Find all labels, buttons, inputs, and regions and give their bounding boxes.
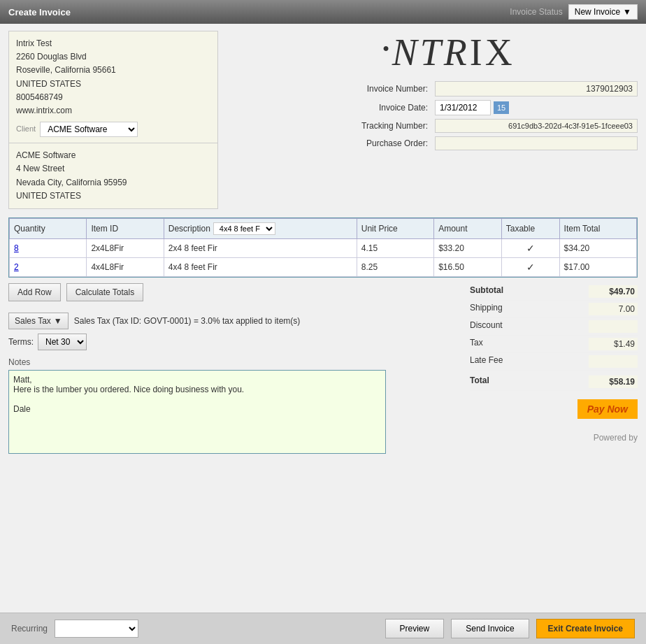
discount-label: Discount — [470, 320, 503, 333]
client-address2: Nevada City, California 95959 — [16, 176, 210, 189]
row-item-id: 2x4L8Fir — [87, 238, 164, 257]
chevron-down-icon: ▼ — [54, 316, 62, 326]
client-row: Client ACME Software — [16, 122, 210, 137]
tracking-number-row: Tracking Number: 691c9db3-202d-4c3f-91e5… — [344, 119, 638, 133]
table-actions-left: Add Row Calculate Totals Sales Tax ▼ Sal… — [8, 283, 470, 456]
company-website: www.intrix.com — [16, 104, 210, 117]
th-item-id: Item ID — [87, 218, 164, 238]
add-row-button[interactable]: Add Row — [8, 283, 61, 301]
preview-button[interactable]: Preview — [385, 619, 445, 638]
invoice-number-row: Invoice Number: 1379012903 — [344, 81, 638, 96]
totals-section: Subtotal $49.70 Shipping 7.00 Discount T… — [470, 283, 638, 443]
logo-area: ●NTRIX — [232, 31, 638, 74]
recurring-label: Recurring — [11, 624, 48, 634]
discount-row: Discount — [470, 318, 638, 336]
shipping-value: 7.00 — [589, 303, 638, 315]
table-actions-section: Add Row Calculate Totals Sales Tax ▼ Sal… — [8, 283, 638, 456]
tax-terms-row: Sales Tax ▼ Sales Tax (Tax ID: GOVT-0001… — [8, 313, 470, 329]
terms-label: Terms: — [8, 337, 34, 347]
terms-row: Terms: Net 30 — [8, 334, 470, 350]
taxable-checkbox[interactable]: ✓ — [526, 262, 535, 273]
po-value — [435, 136, 638, 150]
late-fee-value — [589, 355, 638, 368]
tax-label: Tax — [470, 338, 483, 350]
invoice-number-value: 1379012903 — [435, 81, 638, 96]
th-amount: Amount — [434, 218, 502, 238]
calendar-icon[interactable]: 15 — [494, 101, 509, 114]
items-table-section: Quantity Item ID Description 4x4 8 feet … — [8, 217, 638, 278]
items-table: Quantity Item ID Description 4x4 8 feet … — [9, 218, 637, 277]
row-item-total: $34.20 — [559, 238, 636, 257]
row-taxable[interactable]: ✓ — [501, 238, 559, 257]
row-description: 2x4 8 feet Fir — [164, 238, 357, 257]
invoice-status-label: Invoice Status — [510, 7, 562, 17]
taxable-checkbox[interactable]: ✓ — [526, 243, 535, 254]
tax-type-dropdown[interactable]: Sales Tax ▼ — [8, 313, 69, 329]
invoice-date-row: Invoice Date: 15 — [344, 100, 638, 115]
send-invoice-button[interactable]: Send Invoice — [451, 619, 529, 638]
logo-text: ●NTRIX — [382, 31, 515, 74]
discount-value — [589, 320, 638, 333]
company-country: UNITED STATES — [16, 78, 210, 91]
row-description: 4x4 8 feet Fir — [164, 257, 357, 276]
recurring-select[interactable] — [55, 620, 138, 638]
row-unit-price: 8.25 — [357, 257, 433, 276]
late-fee-label: Late Fee — [470, 355, 503, 368]
row-item-total: $17.00 — [559, 257, 636, 276]
invoice-details: Invoice Number: 1379012903 Invoice Date:… — [344, 81, 638, 150]
row-unit-price: 4.15 — [357, 238, 433, 257]
tax-value: $1.49 — [589, 338, 638, 350]
right-panel: ●NTRIX Invoice Number: 1379012903 Invoic… — [218, 31, 638, 209]
chevron-down-icon: ▼ — [623, 7, 631, 17]
invoice-status-area: Invoice Status New Invoice ▼ — [510, 4, 638, 20]
invoice-date-input[interactable] — [435, 100, 491, 115]
description-filter-dropdown[interactable]: 4x4 8 feet F — [213, 222, 275, 235]
subtotal-label: Subtotal — [470, 285, 503, 298]
invoice-date-label: Invoice Date: — [344, 103, 435, 113]
header-bar: Create Invoice Invoice Status New Invoic… — [0, 0, 646, 24]
tracking-value: 691c9db3-202d-4c3f-91e5-1fceee03 — [435, 119, 638, 133]
th-description: Description 4x4 8 feet F — [164, 218, 357, 238]
shipping-label: Shipping — [470, 303, 503, 315]
client-label: Client — [16, 123, 36, 136]
client-country: UNITED STATES — [16, 189, 210, 203]
content-area: Intrix Test 2260 Douglas Blvd Roseville,… — [0, 24, 646, 613]
terms-select[interactable]: Net 30 — [38, 334, 87, 350]
client-address1: 4 New Street — [16, 162, 210, 176]
pay-now-button[interactable]: Pay Now — [577, 399, 638, 419]
tax-info-text: Sales Tax (Tax ID: GOVT-0001) = 3.0% tax… — [74, 316, 301, 326]
total-label: Total — [470, 375, 489, 388]
row-quantity[interactable]: 2 — [10, 257, 87, 276]
exit-create-invoice-button[interactable]: Exit Create Invoice — [536, 619, 635, 638]
subtotal-value: $49.70 — [589, 285, 638, 298]
row-amount: $16.50 — [434, 257, 502, 276]
table-row: 8 2x4L8Fir 2x4 8 feet Fir 4.15 $33.20 ✓ … — [10, 238, 637, 257]
row-quantity[interactable]: 8 — [10, 238, 87, 257]
th-taxable: Taxable — [501, 218, 559, 238]
company-address1: 2260 Douglas Blvd — [16, 50, 210, 64]
notes-textarea[interactable] — [8, 370, 386, 454]
bottom-bar: Recurring Preview Send Invoice Exit Crea… — [0, 613, 646, 644]
left-panel: Intrix Test 2260 Douglas Blvd Roseville,… — [8, 31, 218, 209]
top-layout: Intrix Test 2260 Douglas Blvd Roseville,… — [8, 31, 638, 209]
invoice-number-label: Invoice Number: — [344, 84, 435, 94]
th-unit-price: Unit Price — [357, 218, 433, 238]
total-row: Total $58.19 — [470, 373, 638, 391]
invoice-status-dropdown[interactable]: New Invoice ▼ — [568, 4, 638, 20]
subtotal-row: Subtotal $49.70 — [470, 283, 638, 301]
client-name: ACME Software — [16, 149, 210, 162]
company-info-box: Intrix Test 2260 Douglas Blvd Roseville,… — [8, 31, 218, 143]
client-select[interactable]: ACME Software — [40, 122, 138, 137]
powered-by: Powered by — [470, 433, 638, 443]
row-amount: $33.20 — [434, 238, 502, 257]
table-row: 2 4x4L8Fir 4x4 8 feet Fir 8.25 $16.50 ✓ … — [10, 257, 637, 276]
shipping-row: Shipping 7.00 — [470, 301, 638, 318]
company-address2: Roseville, California 95661 — [16, 64, 210, 77]
tracking-label: Tracking Number: — [344, 121, 435, 131]
po-row: Purchase Order: — [344, 136, 638, 150]
calculate-totals-button[interactable]: Calculate Totals — [66, 283, 144, 301]
row-item-id: 4x4L8Fir — [87, 257, 164, 276]
total-value: $58.19 — [589, 375, 638, 388]
row-taxable[interactable]: ✓ — [501, 257, 559, 276]
late-fee-row: Late Fee — [470, 353, 638, 371]
